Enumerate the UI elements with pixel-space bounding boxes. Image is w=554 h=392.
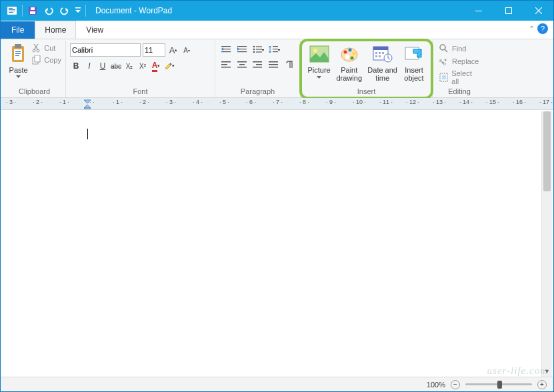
bold-button[interactable]: B <box>70 60 82 72</box>
save-button[interactable] <box>25 3 40 18</box>
paste-button[interactable]: Paste <box>7 42 29 87</box>
quick-access-toolbar <box>1 3 91 18</box>
group-clipboard: Paste Cut Copy Clipboard <box>3 41 66 97</box>
app-icon[interactable] <box>5 3 19 18</box>
select-all-label: Select all <box>451 69 479 85</box>
insert-paint-drawing-button[interactable]: Paint drawing <box>333 42 365 87</box>
svg-rect-3 <box>9 11 15 11</box>
subscript-button[interactable]: X₂ <box>123 60 135 72</box>
increase-indent-button[interactable] <box>235 43 249 55</box>
svg-rect-59 <box>379 52 381 54</box>
shrink-font-button[interactable]: A▾ <box>181 44 193 56</box>
svg-rect-4 <box>9 12 13 13</box>
insert-datetime-button[interactable]: Date and time <box>365 42 400 87</box>
svg-rect-69 <box>442 75 446 79</box>
text-color-button[interactable]: A▾ <box>150 60 162 72</box>
qat-customize[interactable] <box>73 3 83 18</box>
datetime-label: Date and time <box>367 66 397 82</box>
ribbon-tabs: File Home View ⌃ ? <box>1 21 553 39</box>
line-spacing-button[interactable]: ▾ <box>267 43 281 55</box>
zoom-level: 100% <box>427 381 445 389</box>
window-controls <box>463 1 553 21</box>
svg-point-54 <box>350 57 353 60</box>
group-label-insert: Insert <box>305 87 428 96</box>
decrease-indent-button[interactable] <box>219 43 233 55</box>
undo-button[interactable] <box>41 3 56 18</box>
svg-rect-33 <box>273 46 278 47</box>
svg-point-28 <box>253 49 255 51</box>
redo-button[interactable] <box>57 3 72 18</box>
insert-object-button[interactable]: Insert object <box>400 42 428 87</box>
svg-point-55 <box>345 54 349 59</box>
svg-point-53 <box>352 52 355 55</box>
zoom-slider-thumb[interactable] <box>497 381 502 389</box>
select-all-button[interactable]: Select all <box>437 69 482 86</box>
close-button[interactable] <box>523 1 553 21</box>
zoom-out-button[interactable]: − <box>451 380 460 389</box>
insert-picture-button[interactable]: Picture <box>305 42 333 87</box>
ruler-indent-marker[interactable] <box>84 98 91 110</box>
svg-rect-44 <box>253 67 262 68</box>
replace-icon: ab <box>439 57 449 66</box>
svg-rect-39 <box>237 61 247 63</box>
svg-rect-42 <box>253 61 262 63</box>
zoom-slider[interactable] <box>465 383 532 385</box>
svg-rect-34 <box>273 49 278 49</box>
svg-rect-62 <box>379 55 381 57</box>
zoom-in-button[interactable]: + <box>537 380 547 389</box>
highlight-button[interactable]: ▾ <box>163 60 175 72</box>
tab-home[interactable]: Home <box>35 21 76 39</box>
scroll-down-icon[interactable]: ▼ <box>542 366 552 377</box>
svg-rect-21 <box>221 46 231 47</box>
minimize-button[interactable] <box>463 1 493 21</box>
svg-rect-6 <box>30 11 35 14</box>
window-title: Document - WordPad <box>91 6 463 15</box>
paste-icon <box>9 43 28 65</box>
svg-rect-9 <box>475 11 482 11</box>
svg-rect-24 <box>237 46 247 47</box>
svg-rect-1 <box>9 8 13 9</box>
cut-button[interactable]: Cut <box>32 43 61 53</box>
svg-point-49 <box>313 49 317 53</box>
group-label-paragraph: Paragraph <box>219 87 296 96</box>
grow-font-button[interactable]: A▴ <box>167 44 179 56</box>
svg-rect-43 <box>256 64 262 65</box>
paragraph-dialog-button[interactable] <box>283 59 296 71</box>
help-button[interactable]: ? <box>537 23 548 34</box>
svg-rect-8 <box>75 7 81 9</box>
italic-button[interactable]: I <box>83 60 95 72</box>
svg-rect-13 <box>14 49 22 60</box>
maximize-button[interactable] <box>493 1 523 21</box>
align-center-button[interactable] <box>235 59 249 71</box>
svg-text:b: b <box>443 61 446 66</box>
copy-button[interactable]: Copy <box>32 55 61 65</box>
tab-view[interactable]: View <box>76 21 113 39</box>
strikethrough-button[interactable]: abc <box>110 60 122 72</box>
align-left-button[interactable] <box>219 59 233 71</box>
scrollbar-thumb[interactable] <box>543 111 551 191</box>
superscript-button[interactable]: X² <box>137 60 149 72</box>
bullet-list-button[interactable]: ▾ <box>251 43 265 55</box>
tab-file[interactable]: File <box>1 21 35 39</box>
svg-rect-35 <box>273 51 278 52</box>
font-size-select[interactable] <box>143 43 165 57</box>
text-cursor <box>87 129 88 139</box>
align-justify-button[interactable] <box>267 59 280 71</box>
find-button[interactable]: Find <box>437 43 482 54</box>
collapse-ribbon-icon[interactable]: ⌃ <box>529 25 535 33</box>
replace-button[interactable]: ab Replace <box>437 56 482 67</box>
paint-label: Paint drawing <box>337 66 363 82</box>
ruler[interactable]: · 3 · · 2 · · 1 · · · · · 1 · · 2 · · 3 … <box>1 98 553 110</box>
document-page[interactable] <box>2 111 552 142</box>
svg-point-65 <box>440 45 445 50</box>
document-area[interactable] <box>2 111 552 377</box>
copy-icon <box>32 55 41 65</box>
svg-rect-60 <box>382 52 384 54</box>
align-right-button[interactable] <box>251 59 265 71</box>
vertical-scrollbar[interactable]: ▼ <box>541 111 552 377</box>
svg-rect-47 <box>269 67 278 68</box>
font-family-select[interactable] <box>70 43 141 57</box>
svg-rect-70 <box>84 108 91 110</box>
underline-button[interactable]: U <box>97 60 109 72</box>
svg-rect-10 <box>505 8 511 14</box>
